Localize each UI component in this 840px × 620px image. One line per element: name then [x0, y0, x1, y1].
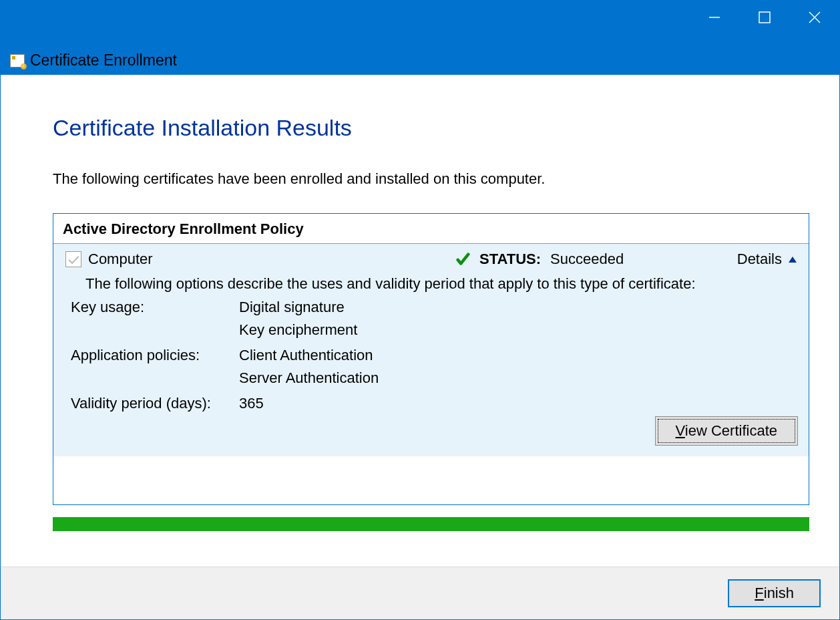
certificate-row: Computer STATUS: Succeeded Details	[53, 244, 809, 273]
minimize-button[interactable]	[689, 1, 739, 33]
check-icon	[455, 252, 470, 267]
view-certificate-label-rest: iew Certificate	[685, 422, 777, 439]
validity-period-row: Validity period (days): 365	[53, 391, 809, 416]
window-controls	[689, 1, 839, 34]
close-icon	[808, 11, 821, 24]
minimize-icon	[708, 11, 720, 23]
progress-bar	[53, 517, 809, 531]
instruction-text: The following certificates have been enr…	[53, 170, 819, 188]
close-button[interactable]	[789, 1, 839, 33]
certificate-checkbox[interactable]	[65, 251, 81, 267]
policy-box-spacer	[53, 456, 809, 504]
maximize-button[interactable]	[739, 1, 789, 33]
key-usage-label: Key usage:	[71, 296, 239, 341]
chevron-up-icon	[789, 257, 797, 263]
dialog-window: Certificate Enrollment Certificate Insta…	[0, 0, 840, 620]
certificate-template-name: Computer	[88, 251, 153, 268]
key-usage-row: Key usage: Digital signature Key enciphe…	[53, 295, 809, 343]
certificate-panel: Computer STATUS: Succeeded Details	[53, 244, 809, 456]
window-title: Certificate Enrollment	[30, 51, 177, 69]
policy-box: Active Directory Enrollment Policy Compu…	[53, 213, 809, 505]
maximize-icon	[759, 11, 771, 23]
application-policies-value: Client Authentication Server Authenticat…	[239, 344, 809, 390]
titlebar-label: Certificate Enrollment	[10, 51, 177, 69]
status-block: STATUS: Succeeded	[455, 251, 624, 268]
svg-rect-1	[759, 12, 770, 23]
application-policies-label: Application policies:	[71, 344, 239, 390]
view-certificate-wrap: View Certificate	[53, 416, 809, 448]
policy-name: Active Directory Enrollment Policy	[53, 214, 809, 244]
certificate-icon	[10, 54, 25, 67]
details-toggle[interactable]: Details	[737, 251, 797, 268]
dialog-body: Certificate Installation Results The fol…	[1, 75, 839, 619]
titlebar: Certificate Enrollment	[1, 1, 839, 75]
page-heading: Certificate Installation Results	[53, 115, 819, 141]
application-policies-row: Application policies: Client Authenticat…	[53, 343, 809, 391]
details-label: Details	[737, 251, 782, 268]
finish-label-rest: inish	[764, 585, 794, 601]
validity-period-value: 365	[239, 392, 809, 415]
status-value: Succeeded	[550, 251, 624, 268]
status-label: STATUS:	[479, 251, 541, 268]
finish-button[interactable]: Finish	[728, 579, 821, 607]
content-area: Certificate Installation Results The fol…	[1, 75, 839, 531]
view-certificate-button[interactable]: View Certificate	[655, 416, 798, 446]
key-usage-value: Digital signature Key encipherment	[239, 296, 809, 341]
validity-period-label: Validity period (days):	[71, 392, 239, 415]
certificate-description: The following options describe the uses …	[53, 273, 809, 295]
dialog-footer: Finish	[1, 567, 839, 619]
